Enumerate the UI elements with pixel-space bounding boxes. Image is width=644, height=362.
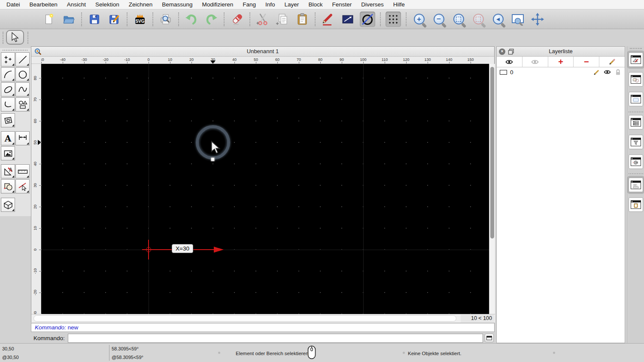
show-all-layers-button[interactable] xyxy=(497,57,522,67)
command-trigger-dock-button[interactable] xyxy=(629,154,643,169)
selection-pointer-button[interactable] xyxy=(6,30,24,45)
shape-tool-button[interactable] xyxy=(15,97,30,112)
menu-item-selektion[interactable]: Selektion xyxy=(91,0,124,9)
menu-item-hilfe[interactable]: Hilfe xyxy=(389,0,410,9)
pan-zoom-button[interactable] xyxy=(530,12,545,27)
h-ruler-label: 100 xyxy=(355,57,372,62)
hide-all-layers-button[interactable] xyxy=(522,57,548,67)
print-preview-button[interactable] xyxy=(158,12,173,27)
info-tool-button[interactable] xyxy=(1,179,15,193)
clipboard-viewer-dock-button[interactable] xyxy=(629,197,643,212)
previous-view-button[interactable]: ◄ xyxy=(490,12,506,27)
h-ruler-tick xyxy=(449,62,450,63)
h-ruler-tick xyxy=(41,62,42,63)
toolbar-separator xyxy=(380,12,381,26)
menu-item-datei[interactable]: Datei xyxy=(2,0,25,9)
undo-button[interactable] xyxy=(184,12,199,27)
zoom-out-button[interactable]: − xyxy=(431,12,447,27)
origin-marker xyxy=(146,247,151,252)
arc-tool-button[interactable] xyxy=(1,67,15,81)
menu-item-bemassung[interactable]: Bemassung xyxy=(157,0,197,9)
polyline-tool-button[interactable] xyxy=(1,97,15,112)
solid-tool-button[interactable] xyxy=(1,198,15,212)
copy-button[interactable] xyxy=(275,12,290,27)
zoom-in-button[interactable]: + xyxy=(411,12,427,27)
library-browser-dock-button[interactable] xyxy=(629,115,643,130)
layer-lock-toggle[interactable] xyxy=(614,69,622,75)
detach-command-line-button[interactable] xyxy=(485,334,494,342)
add-layer-button[interactable]: + xyxy=(548,57,574,67)
layer-color-swatch[interactable] xyxy=(500,70,507,75)
horizontal-scrollbar-thumb[interactable] xyxy=(33,315,456,322)
block-list-dock-button[interactable] xyxy=(629,72,643,87)
spline-tool-button[interactable] xyxy=(15,82,30,97)
palette-handle[interactable] xyxy=(3,50,27,51)
layer-list-dock-button[interactable] xyxy=(629,52,643,67)
ellipse-tool-button[interactable] xyxy=(1,82,15,97)
dock-handle[interactable] xyxy=(630,48,642,49)
command-input[interactable] xyxy=(68,334,483,343)
toolbar-handle[interactable] xyxy=(27,32,28,44)
grid-icon xyxy=(387,13,399,25)
circle-tool-button[interactable] xyxy=(360,12,375,27)
menu-item-diverses[interactable]: Diverses xyxy=(356,0,389,9)
layer-visibility-toggle[interactable] xyxy=(603,69,611,75)
toolbar-separator xyxy=(224,12,225,26)
layer-row[interactable]: 0 xyxy=(497,67,625,77)
grid-toggle-button[interactable] xyxy=(386,12,401,27)
undock-icon[interactable] xyxy=(508,48,514,55)
menu-item-modifizieren[interactable]: Modifizieren xyxy=(197,0,238,9)
svg-export-button[interactable]: SVG xyxy=(132,12,148,27)
save-button[interactable] xyxy=(87,12,102,27)
close-icon[interactable]: × xyxy=(499,48,505,55)
text-tool-button[interactable]: A xyxy=(1,131,15,145)
snap-tool-icon xyxy=(18,181,28,192)
auto-zoom-button[interactable] xyxy=(451,12,466,27)
layer-list-icon xyxy=(631,55,641,64)
hatch-tool-icon xyxy=(3,115,13,126)
menu-item-fenster[interactable]: Fenster xyxy=(327,0,356,9)
measure-tool-button[interactable] xyxy=(15,164,30,178)
command-line-dock-button[interactable] xyxy=(629,178,643,192)
new-document-button[interactable] xyxy=(41,12,57,27)
modify-tool-button[interactable] xyxy=(1,164,15,178)
menu-item-block[interactable]: Block xyxy=(304,0,327,9)
open-document-button[interactable] xyxy=(61,12,76,27)
remove-layer-button[interactable]: − xyxy=(574,57,599,67)
hatch-tool-button[interactable] xyxy=(1,113,15,127)
snap-tool-button[interactable] xyxy=(15,179,30,193)
image-tool-button[interactable] xyxy=(1,146,15,160)
command-area: Kommando: new Kommando: xyxy=(31,323,495,343)
selection-filter-dock-button[interactable] xyxy=(629,135,643,149)
menu-item-fang[interactable]: Fang xyxy=(238,0,261,9)
redo-button[interactable] xyxy=(204,12,219,27)
property-editor-dock-button[interactable] xyxy=(629,92,643,106)
menu-item-ansicht[interactable]: Ansicht xyxy=(62,0,91,9)
window-zoom-button[interactable] xyxy=(510,12,526,27)
layer-edit-button[interactable] xyxy=(592,69,600,75)
menu-item-layer[interactable]: Layer xyxy=(280,0,304,9)
toolbar-handle[interactable] xyxy=(3,32,3,44)
zoom-out-icon: − xyxy=(434,14,444,24)
circle-palette-button[interactable] xyxy=(15,67,30,81)
vertical-scrollbar-thumb[interactable] xyxy=(490,67,494,238)
point-tool-button[interactable] xyxy=(1,52,15,66)
shape-tool-icon xyxy=(18,100,28,110)
delete-button[interactable] xyxy=(229,12,245,27)
zoom-to-selection-button xyxy=(471,12,486,27)
drawing-canvas[interactable]: X=30 xyxy=(41,64,489,314)
dimension-tool-button[interactable] xyxy=(15,131,30,145)
edit-layer-button[interactable] xyxy=(599,57,625,67)
line-tool-button[interactable] xyxy=(15,52,30,66)
cut-button[interactable] xyxy=(255,12,270,27)
vertical-scrollbar[interactable] xyxy=(489,64,495,314)
drawing-preferences-button[interactable] xyxy=(320,12,336,27)
grid-status-label: 10 < 100 xyxy=(461,314,494,323)
menu-item-zeichnen[interactable]: Zeichnen xyxy=(124,0,158,9)
canvas-properties-button[interactable] xyxy=(340,12,355,27)
menu-item-bearbeiten[interactable]: Bearbeiten xyxy=(25,0,62,9)
menu-item-info[interactable]: Info xyxy=(261,0,280,9)
save-as-button[interactable] xyxy=(106,12,122,27)
h-ruler-tick xyxy=(191,62,192,63)
paste-button[interactable] xyxy=(295,12,310,27)
